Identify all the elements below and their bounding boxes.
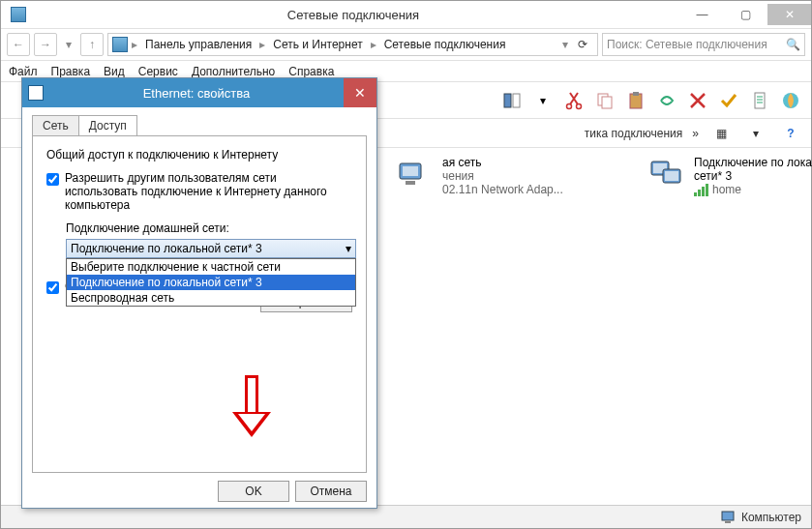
connections-list: ая сеть чения 02.11n Network Adap... Под…: [388, 148, 812, 505]
check-icon[interactable]: [716, 88, 741, 113]
connection-text: ая сеть чения 02.11n Network Adap...: [442, 156, 563, 196]
connection-item[interactable]: ая сеть чения 02.11n Network Adap...: [398, 156, 620, 196]
title-bar: Сетевые подключения — ▢ ✕: [1, 1, 811, 28]
svg-rect-7: [633, 92, 639, 96]
cut-icon[interactable]: [561, 88, 586, 113]
help-icon[interactable]: ?: [778, 121, 803, 146]
search-placeholder: Поиск: Сетевые подключения: [607, 38, 767, 51]
svg-rect-5: [602, 97, 612, 108]
conn-status: home: [694, 183, 812, 196]
home-network-label: Подключение домашней сети:: [66, 221, 352, 235]
menu-tools[interactable]: Сервис: [138, 65, 178, 78]
bc-item[interactable]: Сетевые подключения: [380, 38, 510, 51]
up-button[interactable]: ↑: [80, 33, 104, 56]
tab-strip: Сеть Доступ: [32, 115, 367, 136]
tab-page-sharing: Общий доступ к подключению к Интернету Р…: [32, 135, 367, 473]
forward-button[interactable]: →: [34, 33, 57, 56]
svg-point-3: [577, 103, 582, 108]
bc-sep: ▸: [257, 38, 267, 51]
lan-adapter-icon: [649, 156, 686, 191]
dialog-icon: [28, 85, 44, 101]
redo-icon[interactable]: [685, 88, 710, 113]
chevron-down-icon: ▾: [346, 242, 351, 255]
svg-rect-1: [513, 94, 520, 107]
combo-display[interactable]: Подключение по локальной сети* 3 ▾: [66, 239, 356, 258]
back-button[interactable]: ←: [7, 33, 30, 56]
view-icon[interactable]: ▾: [530, 88, 556, 113]
copy-icon[interactable]: [592, 88, 617, 113]
menu-edit[interactable]: Правка: [51, 65, 91, 78]
combo-option-selected[interactable]: Подключение по локальной сети* 3: [67, 275, 355, 290]
conn-status: чения: [442, 169, 563, 183]
menu-view[interactable]: Вид: [104, 65, 125, 78]
maximize-button[interactable]: ▢: [724, 4, 767, 25]
dialog-close-button[interactable]: ✕: [344, 78, 376, 107]
view-dropdown-icon[interactable]: ▾: [743, 121, 768, 146]
dialog-title: Ethernet: свойства: [49, 86, 344, 101]
signal-icon: [694, 183, 708, 196]
connection-text: Подключение по локальной сети* 3 home: [694, 156, 812, 196]
wifi-adapter-icon: [398, 156, 435, 191]
shell-icon[interactable]: [778, 88, 803, 113]
navigation-bar: ← → ▾ ↑ ▸ Панель управления ▸ Сеть и Инт…: [1, 28, 811, 61]
combo-option[interactable]: Беспроводная сеть: [67, 290, 355, 306]
cancel-button[interactable]: Отмена: [295, 481, 367, 502]
bc-dropdown-icon[interactable]: ▾: [560, 38, 570, 51]
svg-rect-0: [504, 94, 511, 107]
breadcrumb[interactable]: ▸ Панель управления ▸ Сеть и Интернет ▸ …: [107, 33, 598, 56]
undo-icon[interactable]: [654, 88, 679, 113]
ok-button[interactable]: OK: [218, 481, 289, 502]
dialog-title-bar[interactable]: Ethernet: свойства ✕: [22, 78, 376, 107]
history-dropdown[interactable]: ▾: [61, 33, 76, 56]
tab-sharing[interactable]: Доступ: [78, 115, 137, 136]
conn-name: Подключение по локальной сети* 3: [694, 156, 812, 183]
combo-option[interactable]: Выберите подключение к частной сети: [67, 259, 355, 275]
bc-item[interactable]: Панель управления: [141, 38, 256, 51]
computer-icon: [720, 510, 736, 525]
allow-sharing-checkbox-row[interactable]: Разрешить другим пользователям сети испо…: [46, 171, 352, 212]
allow-sharing-checkbox[interactable]: [46, 173, 59, 186]
diagnose-link[interactable]: тика подключения: [585, 127, 683, 140]
dialog-body: Сеть Доступ Общий доступ к подключению к…: [22, 107, 376, 508]
properties-icon[interactable]: [747, 88, 772, 113]
minimize-button[interactable]: —: [680, 4, 724, 25]
allow-control-checkbox[interactable]: [46, 281, 59, 294]
search-icon: 🔍: [786, 38, 800, 51]
window-title: Сетевые подключения: [26, 8, 680, 22]
svg-rect-11: [403, 166, 418, 176]
svg-rect-17: [722, 512, 734, 520]
bc-item[interactable]: Сеть и Интернет: [269, 38, 366, 51]
paste-icon[interactable]: [623, 88, 648, 113]
location-icon: [112, 37, 128, 52]
menu-file[interactable]: Файл: [9, 65, 38, 78]
window-controls: — ▢ ✕: [680, 4, 811, 25]
status-text: Компьютер: [741, 511, 801, 524]
allow-sharing-label: Разрешить другим пользователям сети испо…: [65, 171, 352, 212]
annotation-arrow: [232, 375, 271, 443]
svg-rect-8: [755, 93, 765, 108]
menu-help[interactable]: Справка: [288, 65, 334, 78]
view-small-icon[interactable]: ▦: [708, 121, 734, 146]
connection-item[interactable]: Подключение по локальной сети* 3 home: [649, 156, 812, 196]
conn-device: 02.11n Network Adap...: [442, 183, 563, 196]
dialog-buttons: OK Отмена: [32, 473, 367, 502]
close-button[interactable]: ✕: [767, 4, 811, 25]
conn-name: ая сеть: [442, 156, 563, 169]
combo-value: Подключение по локальной сети* 3: [71, 242, 262, 255]
properties-dialog: Ethernet: свойства ✕ Сеть Доступ Общий д…: [21, 77, 377, 509]
combo-dropdown: Выберите подключение к частной сети Подк…: [66, 258, 356, 307]
svg-rect-12: [406, 181, 415, 185]
refresh-button[interactable]: ⟳: [572, 38, 593, 51]
menu-advanced[interactable]: Дополнительно: [192, 65, 275, 78]
svg-rect-16: [665, 171, 678, 181]
organize-icon[interactable]: [499, 88, 525, 113]
command-more[interactable]: »: [692, 127, 699, 140]
svg-rect-18: [725, 521, 731, 523]
group-label: Общий доступ к подключению к Интернету: [46, 148, 352, 162]
tab-network[interactable]: Сеть: [32, 115, 79, 136]
svg-point-2: [567, 103, 572, 108]
search-input[interactable]: Поиск: Сетевые подключения 🔍: [602, 33, 805, 56]
window-icon: [11, 7, 26, 22]
svg-rect-6: [630, 94, 642, 108]
home-network-combo[interactable]: Подключение по локальной сети* 3 ▾ Выбер…: [66, 239, 356, 258]
